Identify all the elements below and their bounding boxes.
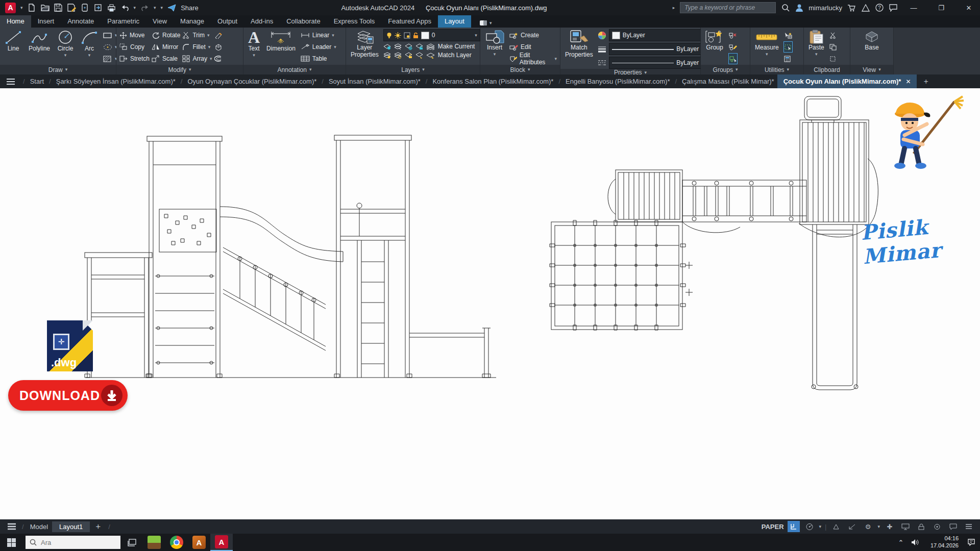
copy-clip-icon[interactable] bbox=[829, 42, 837, 52]
layer-vp-freeze-icon[interactable] bbox=[404, 32, 410, 39]
match-layer-label[interactable]: Match Layer bbox=[438, 52, 472, 59]
rotate-button[interactable]: Rotate bbox=[152, 30, 180, 40]
cart-icon[interactable] bbox=[847, 4, 856, 12]
arc-button[interactable]: Arc ▾ bbox=[79, 29, 100, 58]
add-layout-plus-icon[interactable]: ＋ bbox=[94, 521, 102, 532]
layer-thaw-icon[interactable] bbox=[394, 52, 402, 59]
mirror-button[interactable]: Mirror bbox=[152, 42, 180, 52]
autocad-logo-icon[interactable]: A bbox=[5, 3, 16, 13]
layer-on-bulb-icon[interactable] bbox=[386, 32, 392, 39]
measure-button[interactable]: Measure ▾ bbox=[753, 29, 780, 57]
feedback-comment-icon[interactable] bbox=[947, 521, 959, 532]
undo-caret-icon[interactable]: ▾ bbox=[134, 6, 136, 10]
search-icon[interactable] bbox=[781, 4, 790, 12]
create-block-button[interactable]: Create bbox=[509, 30, 557, 40]
move-button[interactable]: Move bbox=[119, 30, 150, 40]
file-tab-4[interactable]: Konferans Salon Plan (PislikMimar.com)* bbox=[429, 78, 556, 85]
ribbon-tab-view[interactable]: View bbox=[146, 15, 174, 28]
match-layer-icon[interactable] bbox=[426, 52, 435, 59]
user-avatar-icon[interactable] bbox=[795, 4, 803, 12]
array-button[interactable]: Array▾ bbox=[182, 54, 212, 64]
arc-flyout-caret-icon[interactable]: ▾ bbox=[88, 53, 91, 58]
taskbar-search-input[interactable] bbox=[40, 538, 103, 547]
feedback-chat-icon[interactable] bbox=[889, 4, 897, 12]
file-tab-6[interactable]: Çalışma Masası (Pislik Mimar)* bbox=[679, 78, 777, 85]
file-tab-5[interactable]: Engelli Banyosu (PislikMimar.com)* bbox=[562, 78, 673, 85]
isolate-objects-icon[interactable] bbox=[931, 521, 943, 532]
file-tabs-menu-icon[interactable] bbox=[0, 77, 21, 86]
rectangle-button[interactable]: ▾ bbox=[103, 30, 117, 40]
file-tab-start[interactable]: Start bbox=[27, 78, 47, 85]
polar-tracking-icon[interactable] bbox=[803, 521, 816, 532]
panel-label-view[interactable]: View▾ bbox=[850, 65, 893, 74]
layer-properties-button[interactable]: Layer Properties bbox=[349, 29, 380, 59]
user-name[interactable]: mimarlucky bbox=[808, 4, 842, 12]
layer-on-icon[interactable] bbox=[383, 52, 391, 59]
redo-caret-icon[interactable]: ▾ bbox=[154, 6, 156, 10]
panel-label-layers[interactable]: Layers▾ bbox=[346, 65, 480, 74]
redo-icon[interactable] bbox=[140, 4, 149, 12]
layer-freeze-sun-icon[interactable] bbox=[395, 32, 401, 39]
save-to-mobile-icon[interactable] bbox=[81, 4, 89, 12]
insert-button[interactable]: Insert ▾ bbox=[483, 29, 506, 57]
layer-lock-tool-icon[interactable] bbox=[415, 43, 423, 50]
ribbon-tab-manage[interactable]: Manage bbox=[174, 15, 211, 28]
lock-ui-icon[interactable] bbox=[915, 521, 927, 532]
layer-dropdown[interactable]: 0 ▾ bbox=[383, 29, 480, 41]
help-icon[interactable]: ? bbox=[875, 4, 884, 12]
scale-button[interactable]: Scale bbox=[152, 54, 180, 64]
group-selection-toggle-icon[interactable] bbox=[729, 54, 737, 64]
layer-unlock-icon[interactable] bbox=[405, 52, 412, 59]
hidden-icons-caret[interactable]: ⌃ bbox=[894, 534, 908, 551]
transfer-icon[interactable] bbox=[94, 4, 103, 12]
quick-calculator-icon[interactable] bbox=[784, 54, 792, 64]
stretch-button[interactable]: Stretch bbox=[119, 54, 150, 64]
clipboard-more-icon[interactable] bbox=[829, 54, 837, 64]
object-color-dropdown[interactable]: ByLayer ▾ bbox=[609, 29, 707, 41]
ribbon-tab-annotate[interactable]: Annotate bbox=[61, 15, 101, 28]
ribbon-tab-insert[interactable]: Insert bbox=[31, 15, 61, 28]
linear-dimension-button[interactable]: Linear▾ bbox=[301, 30, 336, 40]
paper-space-icon[interactable] bbox=[788, 521, 800, 532]
panel-label-annotation[interactable]: Annotation▾ bbox=[243, 65, 346, 74]
ribbon-tab-parametric[interactable]: Parametric bbox=[101, 15, 146, 28]
make-current-label[interactable]: Make Current bbox=[438, 43, 475, 50]
minimize-button[interactable]: — bbox=[902, 0, 925, 15]
model-tab[interactable]: Model bbox=[30, 523, 48, 531]
open-folder-icon[interactable] bbox=[41, 4, 50, 12]
share-label[interactable]: Share bbox=[181, 4, 199, 12]
layer-freeze-icon[interactable] bbox=[405, 43, 412, 50]
taskbar-clock[interactable]: 04:16 17.04.2026 bbox=[926, 535, 963, 549]
volume-icon[interactable] bbox=[908, 534, 922, 551]
paste-caret-icon[interactable]: ▾ bbox=[815, 52, 818, 57]
isodraft-icon[interactable] bbox=[830, 521, 842, 532]
undo-icon[interactable] bbox=[120, 4, 129, 12]
leader-button[interactable]: Leader▾ bbox=[301, 42, 336, 52]
ellipse-button[interactable]: ▾ bbox=[103, 42, 117, 52]
quick-select-icon[interactable] bbox=[784, 30, 792, 40]
panel-label-groups[interactable]: Groups▾ bbox=[701, 65, 750, 74]
plot-printer-icon[interactable] bbox=[107, 4, 116, 12]
polyline-button[interactable]: Polyline bbox=[27, 29, 52, 53]
ribbon-tab-collaborate[interactable]: Collaborate bbox=[280, 15, 327, 28]
measure-caret-icon[interactable]: ▾ bbox=[766, 52, 768, 57]
panel-label-utilities[interactable]: Utilities▾ bbox=[750, 65, 803, 74]
offset-icon[interactable] bbox=[214, 54, 223, 64]
erase-icon[interactable] bbox=[214, 30, 223, 40]
explode-icon[interactable] bbox=[214, 42, 223, 52]
ribbon-display-toggle[interactable]: ▾ bbox=[476, 18, 495, 28]
ribbon-tab-output[interactable]: Output bbox=[211, 15, 244, 28]
space-mode-label[interactable]: PAPER bbox=[762, 523, 784, 531]
line-button[interactable]: Line bbox=[3, 29, 23, 53]
task-view-icon[interactable] bbox=[120, 534, 143, 551]
color-wheel-icon[interactable] bbox=[598, 31, 606, 40]
linetype-dropdown[interactable]: ByLayer ▾ bbox=[609, 57, 707, 69]
panel-label-block[interactable]: Block▾ bbox=[480, 65, 560, 74]
ungroup-icon[interactable] bbox=[729, 30, 737, 40]
layer-dropdown-caret-icon[interactable]: ▾ bbox=[475, 33, 477, 38]
ribbon-tab-express-tools[interactable]: Express Tools bbox=[327, 15, 382, 28]
panel-label-clipboard[interactable]: Clipboard bbox=[804, 65, 850, 74]
start-button[interactable] bbox=[0, 534, 22, 551]
circle-flyout-caret-icon[interactable]: ▾ bbox=[64, 53, 67, 58]
tracking-caret-icon[interactable]: ▾ bbox=[819, 524, 822, 529]
